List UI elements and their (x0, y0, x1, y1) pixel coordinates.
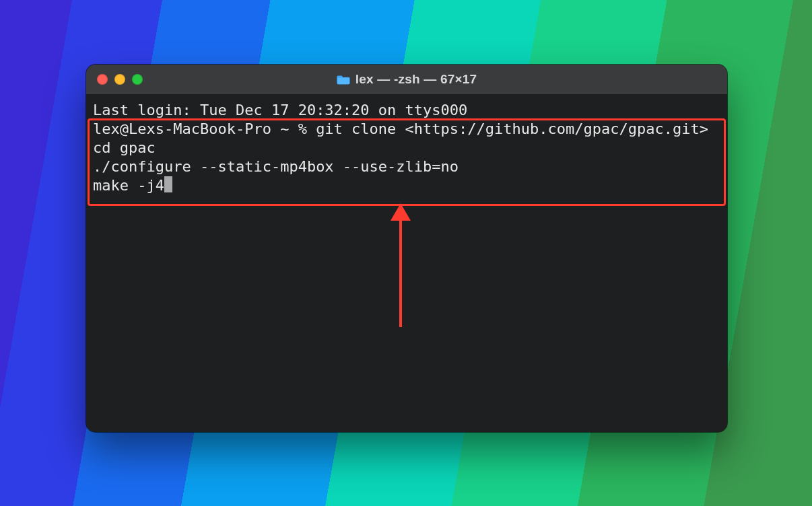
minimize-icon[interactable] (114, 74, 125, 85)
terminal-line: ./configure --static-mp4box --use-zlib=n… (93, 157, 720, 176)
window-title-text: lex — -zsh — 67×17 (356, 72, 477, 87)
window-titlebar[interactable]: lex — -zsh — 67×17 (86, 65, 727, 94)
terminal-line: lex@Lexs-MacBook-Pro ~ % git clone <http… (93, 120, 720, 139)
terminal-line: Last login: Tue Dec 17 20:32:20 on ttys0… (93, 101, 720, 120)
cursor-icon (164, 176, 172, 192)
window-title: lex — -zsh — 67×17 (86, 72, 727, 87)
zoom-icon[interactable] (132, 74, 143, 85)
terminal-text: make -j4 (93, 177, 164, 194)
terminal-window[interactable]: lex — -zsh — 67×17 Last login: Tue Dec 1… (86, 65, 727, 432)
folder-icon (337, 74, 350, 85)
annotation-arrow-icon (391, 205, 411, 327)
close-icon[interactable] (97, 74, 108, 85)
terminal-line: make -j4 (93, 176, 720, 195)
terminal-line: cd gpac (93, 139, 720, 157)
terminal-content[interactable]: Last login: Tue Dec 17 20:32:20 on ttys0… (86, 94, 727, 432)
traffic-lights (97, 74, 143, 85)
